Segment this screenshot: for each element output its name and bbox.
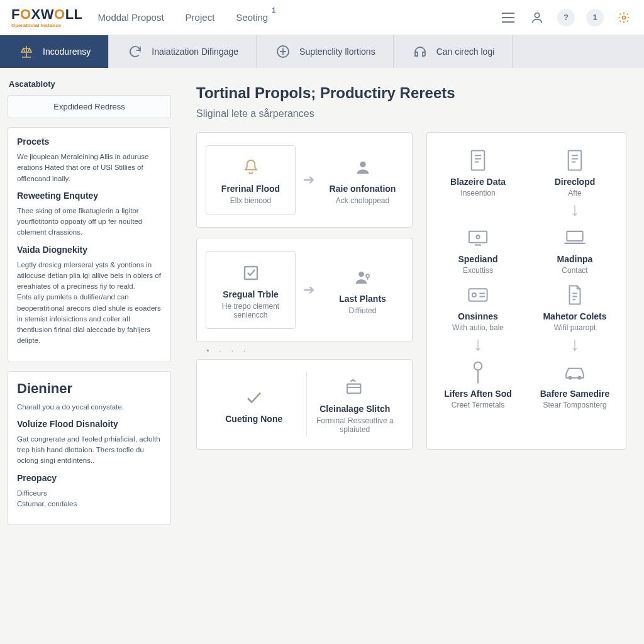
svg-rect-7 [347, 384, 360, 394]
nav-project[interactable]: Project [186, 12, 215, 23]
sidebar-section-title: Ascatabloty [9, 79, 171, 89]
plus-circle-icon [274, 43, 292, 60]
tile-title: Sregual Trble [211, 289, 290, 299]
nav-modal-propost[interactable]: Moddal Propost [98, 12, 164, 23]
notification-count[interactable]: 1 [586, 9, 604, 26]
resource-title: Direclopd [535, 177, 614, 187]
panel-subbody: Gat congrerate and lleoled prhiaficiaI, … [17, 434, 162, 467]
tab-initialization[interactable]: Inaiatization Difingage [109, 35, 257, 68]
page-title: Tortinal Propols; Productiry Rereets [196, 84, 626, 102]
resource-direclopd[interactable]: DireclopdAfte↓ [535, 147, 614, 218]
tile-title: Frerinal Flood [211, 184, 290, 194]
menu-icon[interactable] [499, 9, 517, 26]
nav-badge: 1 [272, 7, 276, 14]
tile-sregual-trble[interactable]: Sregual Trble He trepo clement seniencch [206, 251, 296, 329]
primary-nav: Moddal Propost Project Seoting1 [98, 12, 499, 23]
svg-rect-10 [469, 231, 487, 243]
step-card-2[interactable]: Sregual Trble He trepo clement seniencch… [196, 238, 413, 342]
nav-seoting[interactable]: Seoting1 [236, 12, 268, 23]
tile-title: Raie onfonation [323, 184, 402, 194]
tile-title: Cueting None [207, 414, 301, 424]
resource-sub: Inseention [438, 189, 518, 197]
pager-dots[interactable]: • · · · [196, 342, 413, 359]
tile-sub: Diffiuted [323, 306, 402, 315]
resource-sub: With aulio, bale [438, 323, 518, 332]
resource-title: Mahetor Colets [535, 311, 614, 321]
tab-suptenclity[interactable]: Suptenclity llortions [257, 35, 394, 68]
resource-sub: Excuttiss [438, 266, 518, 275]
sidebar-panel-dieniner: Dieniner CharaIl you a do yocal conystat… [8, 371, 171, 526]
resource-title: Onsinnes [438, 311, 518, 321]
tile-cueting-none[interactable]: Cueting None [206, 382, 303, 426]
brand-logo[interactable]: FOXWOLL Operational Instance [11, 6, 83, 28]
tile-frerinal-flood[interactable]: Frerinal Flood Ellx bienood [206, 145, 296, 214]
panel-subbody: Thee sking of ome fikatuglerin a ligitor… [17, 206, 162, 238]
page-subtitle: Sliginal lete a sårperances [196, 108, 626, 119]
user-icon[interactable] [528, 9, 546, 26]
svg-point-16 [569, 376, 572, 380]
svg-point-3 [360, 162, 365, 167]
sidebar: Ascatabloty Expdideed Redress Procets We… [0, 68, 179, 644]
tab-label: Incodurensy [43, 47, 91, 57]
car-icon [535, 358, 614, 386]
svg-rect-4 [245, 267, 257, 279]
panel-subtitle: Voluize Flood Disnaloity [17, 419, 162, 429]
help-icon[interactable]: ? [557, 9, 575, 26]
step-card-1[interactable]: Frerinal Flood Ellx bienood ➔ Raie onfon… [196, 132, 413, 228]
panel-title: Dieniner [17, 380, 162, 397]
resource-sub: Wifil puaropt [535, 323, 614, 332]
secondary-nav: Incodurensy Inaiatization Difingage Supt… [0, 35, 644, 68]
resource-madinpa[interactable]: MadinpaContact [535, 224, 614, 275]
tile-last-plants[interactable]: Last Plants Diffiuted [322, 262, 403, 318]
svg-point-5 [358, 272, 364, 277]
device-icon [438, 224, 518, 252]
tile-title: Last Plants [323, 294, 402, 304]
resource-onsinnes[interactable]: OnsinnesWith aulio, bale↓ [438, 281, 518, 352]
svg-rect-8 [472, 151, 485, 170]
tab-label: Inaiatization Difingage [152, 47, 238, 57]
headset-icon [411, 43, 429, 60]
resource-title: Blazeire Data [438, 177, 518, 187]
gear-icon[interactable] [615, 9, 633, 26]
top-icon-bar: ? 1 [499, 9, 633, 26]
tile-sub: Ellx bienood [211, 196, 290, 205]
svg-point-6 [366, 274, 369, 277]
arrow-right-icon: ➔ [299, 282, 318, 298]
tile-sub: Forminal Resseuttive a splaiuted [308, 416, 402, 434]
svg-point-14 [472, 293, 476, 297]
card-swipe-icon [308, 375, 402, 400]
panel-title: Procets [17, 136, 162, 147]
resource-title: Spediand [438, 254, 518, 264]
check-flag-icon [207, 385, 301, 410]
person-icon [323, 155, 402, 180]
column-steps: Frerinal Flood Ellx bienood ➔ Raie onfon… [196, 132, 413, 450]
nav-seoting-label: Seoting [236, 12, 268, 23]
svg-rect-13 [469, 289, 487, 301]
svg-rect-9 [569, 151, 582, 170]
panel-subtitle: Preopacy [17, 473, 162, 483]
panel-body: We jloupiean Meraleining Allis in adurus… [17, 152, 162, 184]
sidebar-panel-procets: Procets We jloupiean Meraleining Allis i… [8, 127, 171, 362]
resource-bafere-samedire[interactable]: Bafere SamedireStear Tomposnterg [535, 358, 614, 409]
panel-subtitle: Reweeting Enqutey [17, 191, 162, 201]
resource-lifers-aften-sod[interactable]: Lifers Aften SodCreet Termetals [438, 358, 518, 409]
doc-lines-icon [438, 147, 518, 174]
arrow-right-icon: ➔ [299, 172, 318, 188]
svg-point-15 [474, 362, 482, 370]
step-card-3[interactable]: Cueting None Cleinalage Slitch Forminal … [196, 359, 413, 450]
resource-mahetor-colets[interactable]: Mahetor ColetsWifil puaropt↓ [535, 281, 614, 352]
tab-incodurensy[interactable]: Incodurensy [0, 35, 109, 68]
sidebar-primary-button[interactable]: Expdideed Redress [8, 95, 171, 118]
resource-spediand[interactable]: SpediandExcuttiss [438, 224, 518, 275]
resource-blazeire-data[interactable]: Blazeire DataInseention [438, 147, 518, 218]
tab-can-cirech[interactable]: Can cirech logi [394, 35, 513, 68]
main-content: Tortinal Propols; Productiry Rereets Sli… [179, 68, 644, 644]
top-header: FOXWOLL Operational Instance Moddal Prop… [0, 0, 644, 35]
panel-subtitle: Vaida Diognekity [17, 245, 162, 255]
arrow-down-icon: ↓ [535, 200, 614, 219]
tile-title: Cleinalage Slitch [308, 404, 402, 414]
tile-cleinalage-slitch[interactable]: Cleinalage Slitch Forminal Resseuttive a… [306, 372, 404, 436]
tile-raie-onfonation[interactable]: Raie onfonation Ack choloppead [322, 152, 403, 208]
resource-sub: Afte [535, 189, 614, 197]
bell-icon [211, 155, 290, 180]
